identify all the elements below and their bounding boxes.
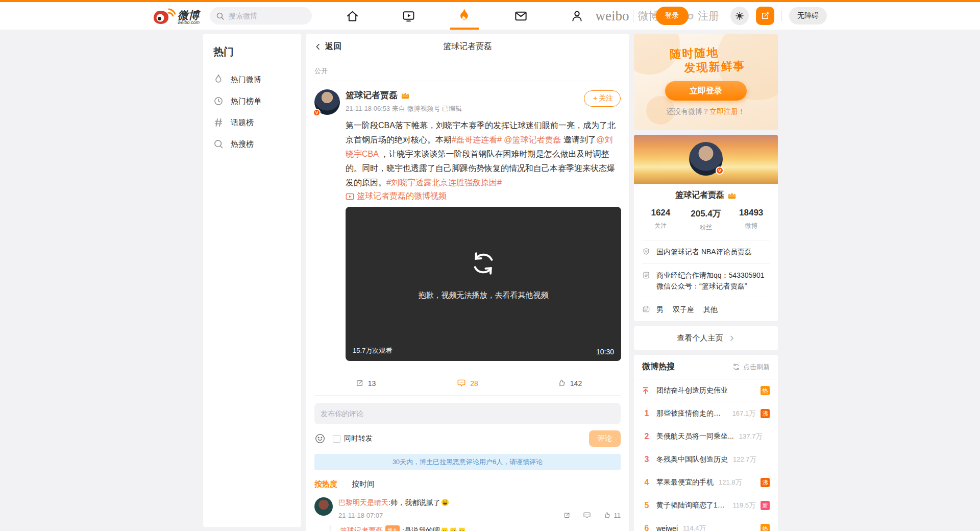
mention-link[interactable]: @篮球记者贾磊 <box>504 135 561 144</box>
divider <box>633 10 633 22</box>
repost-label: 同时转发 <box>344 434 373 443</box>
sidebar-item-label: 热搜榜 <box>231 139 254 149</box>
hot-topic-text: 黄子韬陆询暗恋了10年 <box>656 501 727 510</box>
back-button[interactable]: 返回 <box>314 41 341 52</box>
comment-like-button[interactable]: 11 <box>603 512 621 519</box>
hot-search-item-top[interactable]: 团结奋斗创造历史伟业 热 <box>642 379 770 402</box>
login-promo: weibo 微博 weibo 注册 登录 <box>596 8 724 24</box>
rank-number: 2 <box>642 432 651 441</box>
theme-toggle-button[interactable] <box>730 7 749 25</box>
hot-topic-text: 美俄航天员将一同乘坐... <box>656 432 734 441</box>
post-text: 第一阶段CBA落下帷幕，刘晓宇本赛季的发挥让球迷们眼前一亮，成为了北京首钢后场的… <box>346 118 621 190</box>
register-link[interactable]: 注册 <box>698 9 719 23</box>
hashtag-link[interactable]: #磊哥连连看# <box>452 135 502 144</box>
chevron-left-icon <box>314 43 322 51</box>
hot-topic-count: 137.7万 <box>739 432 763 441</box>
sidebar-item-topic-rank[interactable]: 话题榜 <box>213 112 291 133</box>
nav-messages[interactable] <box>493 2 549 30</box>
repost-checkbox[interactable]: 同时转发 <box>333 434 373 443</box>
comment-share-button[interactable] <box>563 512 571 519</box>
stat-followers[interactable]: 205.4万 粉丝 <box>683 208 729 232</box>
video-page-link[interactable]: 篮球记者贾磊的微博视频 <box>357 191 447 202</box>
emoji-picker-icon[interactable] <box>314 433 326 444</box>
repost-checkbox-input[interactable] <box>333 435 340 443</box>
hot-search-item[interactable]: 1 那些被疫情偷走的时光 167.1万 沸 <box>642 402 770 425</box>
clock-icon <box>213 96 224 106</box>
comment-composer <box>306 396 629 424</box>
hot-search-item[interactable]: 3 冬残奥中国队创造历史 122.7万 <box>642 448 770 471</box>
hot-search-item[interactable]: 5 黄子韬陆询暗恋了10年 119.5万 新 <box>642 494 770 517</box>
cat-emoji <box>449 526 457 531</box>
submit-comment-button[interactable]: 评论 <box>589 430 621 447</box>
vip-crown-icon <box>401 91 410 99</box>
video-view-count: 15.7万次观看 <box>353 346 392 355</box>
hot-topic-text: 团结奋斗创造历史伟业 <box>656 386 728 395</box>
divider <box>781 10 782 21</box>
boiling-badge: 沸 <box>761 409 770 418</box>
author-name[interactable]: 篮球记者贾磊 <box>346 89 398 101</box>
hot-search-item[interactable]: 2 美俄航天员将一同乘坐... 137.7万 <box>642 425 770 448</box>
hot-topic-count: 119.5万 <box>732 501 755 510</box>
comment-count: 28 <box>470 379 478 388</box>
comment-button[interactable]: 28 <box>416 379 519 388</box>
comment-text: :帅，我都说腻了 <box>388 498 440 506</box>
logo-cn-text: 微博 <box>178 10 200 20</box>
hot-search-item[interactable]: 4 苹果最便宜的手机 121.8万 沸 <box>642 471 770 494</box>
video-player[interactable]: 抱歉，视频无法播放，去看看其他视频 15.7万次观看 10:30 <box>346 207 621 361</box>
accessibility-button[interactable]: 无障碍 <box>789 7 827 25</box>
verified-v-badge: V <box>716 166 724 175</box>
sidebar-title: 热门 <box>213 45 291 59</box>
hash-icon <box>213 117 224 128</box>
profile-name[interactable]: 篮球记者贾磊 <box>675 190 724 201</box>
hashtag-link[interactable]: #刘晓宇透露北京连胜强敌原因# <box>386 178 502 187</box>
pinned-arrow-icon <box>642 387 651 395</box>
commenter-avatar[interactable] <box>314 497 333 516</box>
sidebar-item-hot-weibo[interactable]: 热门微博 <box>213 69 291 90</box>
profile-avatar[interactable]: V <box>689 142 723 176</box>
search-box[interactable] <box>210 7 312 25</box>
refresh-icon <box>732 363 740 371</box>
tab-sort-by-time[interactable]: 按时间 <box>352 479 375 489</box>
compose-button[interactable] <box>756 7 774 25</box>
sidebar-item-hot-rank[interactable]: 热门榜单 <box>213 90 291 112</box>
hot-topic-count: 122.7万 <box>733 455 756 464</box>
reload-icon[interactable] <box>470 250 497 277</box>
text-segment: 邀请到了 <box>561 135 596 144</box>
fire-icon <box>213 74 224 85</box>
follow-button[interactable]: ＋关注 <box>584 90 621 107</box>
sidebar-item-label: 话题榜 <box>231 118 254 128</box>
boiling-badge: 沸 <box>761 478 770 487</box>
hot-search-item[interactable]: 6 weiwei 114.4万 热 <box>642 517 770 531</box>
comment-input[interactable] <box>314 403 621 424</box>
view-profile-button[interactable]: 查看个人主页 <box>634 326 778 350</box>
rank-number: 5 <box>642 501 651 510</box>
hot-topic-count: 167.1万 <box>732 409 755 418</box>
tab-sort-by-hot[interactable]: 按热度 <box>314 479 337 489</box>
verification-text: 国内篮球记者 NBA评论员贾磊 <box>656 247 752 257</box>
fire-icon <box>458 9 471 23</box>
stat-posts[interactable]: 18493 微博 <box>728 208 774 232</box>
nav-video[interactable] <box>380 2 436 30</box>
login-button[interactable]: 登录 <box>656 7 689 25</box>
nav-home[interactable] <box>324 2 380 30</box>
stat-following[interactable]: 1624 关注 <box>638 208 683 232</box>
commenter-name[interactable]: 巴黎明天是晴天 <box>338 498 388 506</box>
like-button[interactable]: 142 <box>519 379 621 388</box>
sidebar-item-label: 热门微博 <box>231 75 261 85</box>
register-now-link[interactable]: 立即注册！ <box>709 107 745 115</box>
weibo-eye-icon <box>153 7 176 25</box>
refresh-button[interactable]: 点击刷新 <box>732 363 770 372</box>
nav-hot[interactable] <box>436 2 493 30</box>
login-now-button[interactable]: 立即登录 <box>665 81 747 101</box>
chevron-right-icon <box>728 335 735 342</box>
replier-name[interactable]: 篮球记者贾磊 <box>340 526 383 531</box>
hot-topic-text: weiwei <box>656 524 678 531</box>
basic-info-text: 男 双子座 其他 <box>656 304 718 315</box>
rank-number: 3 <box>642 455 651 464</box>
search-input[interactable] <box>229 12 300 20</box>
share-button[interactable]: 13 <box>314 379 416 388</box>
comment-reply-button[interactable] <box>583 512 591 519</box>
sidebar-item-hot-search-rank[interactable]: 热搜榜 <box>213 133 291 155</box>
weibo-logo[interactable]: 微博 weibo.com <box>153 7 200 25</box>
author-avatar[interactable]: V <box>314 89 340 115</box>
